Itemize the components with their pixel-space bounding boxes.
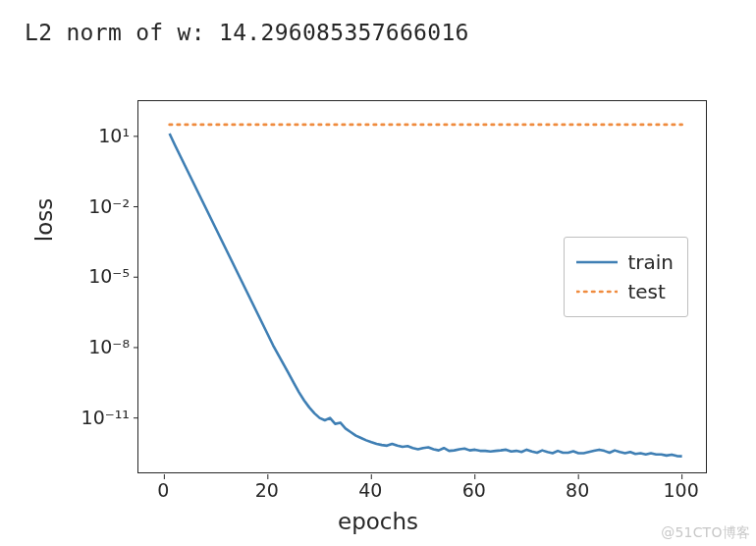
legend-label-train: train — [627, 250, 674, 274]
legend-label-test: test — [627, 280, 665, 303]
legend-entry-test: test — [576, 277, 674, 306]
x-tick-label: 80 — [566, 479, 589, 501]
legend: train test — [564, 237, 688, 317]
watermark: @51CTO博客 — [661, 524, 750, 542]
x-tick-label: 40 — [358, 479, 382, 501]
legend-swatch-test — [576, 282, 618, 301]
legend-swatch-train — [576, 252, 618, 272]
figure: L2 norm of w: 14.296085357666016 loss tr… — [0, 0, 756, 546]
x-tick-label: 20 — [255, 479, 279, 501]
y-tick-label: 10⁻⁸ — [61, 336, 130, 357]
y-axis-label: loss — [31, 198, 57, 242]
y-tick-label: 10¹ — [61, 125, 130, 146]
x-tick-label: 100 — [663, 479, 698, 501]
y-tick-label: 10⁻¹¹ — [61, 407, 130, 428]
code-output-title: L2 norm of w: 14.296085357666016 — [25, 20, 469, 45]
x-axis-label: epochs — [0, 509, 756, 534]
y-tick-label: 10⁻⁵ — [61, 265, 130, 287]
y-tick-label: 10⁻² — [61, 195, 130, 217]
axes-frame: train test — [137, 100, 707, 473]
x-tick-label: 0 — [157, 479, 169, 501]
x-tick-label: 60 — [462, 479, 486, 501]
plot: loss train test — [0, 73, 756, 544]
legend-entry-train: train — [576, 247, 674, 277]
